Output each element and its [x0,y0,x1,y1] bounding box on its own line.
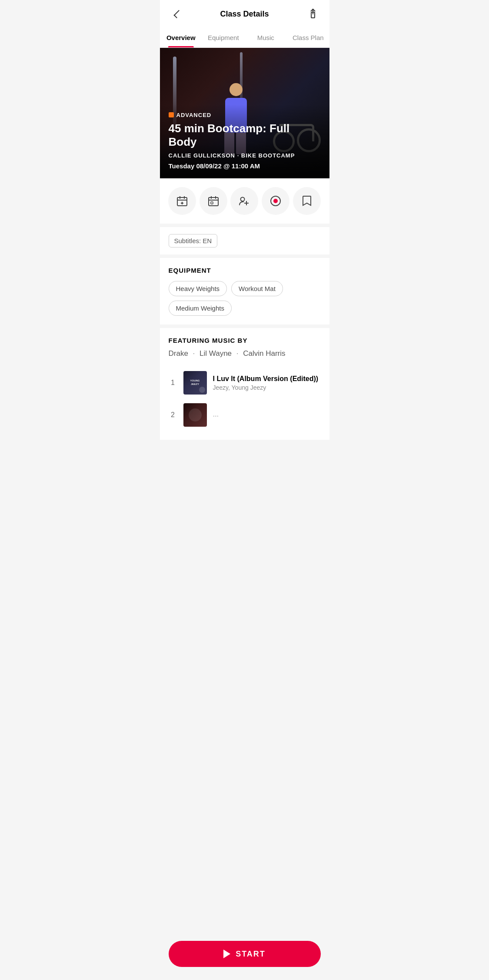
equipment-title: EQUIPMENT [169,267,321,274]
track-thumbnail: YOUNGJEEZY [183,371,207,395]
instructor-name: CALLIE GULLICKSON [169,152,236,159]
share-button[interactable] [305,6,321,22]
track-info: ... [213,411,321,420]
album-label: YOUNGJEEZY [183,379,207,386]
back-arrow-icon [173,10,182,18]
person-head [230,83,243,96]
equipment-tags: Heavy Weights Workout Mat Medium Weights [169,281,321,316]
hero-overlay: ADVANCED 45 min Bootcamp: Full Body CALL… [160,104,329,178]
svg-rect-8 [209,197,218,206]
artist-1: Drake [169,349,188,358]
track-item[interactable]: 2 ... [169,399,321,431]
svg-point-13 [241,197,245,201]
dot-2: · [236,349,240,358]
action-row [160,178,329,224]
calendar-add-icon [176,195,188,207]
hero-image: ADVANCED 45 min Bootcamp: Full Body CALL… [160,48,329,178]
difficulty-badge: ADVANCED [169,112,212,118]
back-button[interactable] [169,6,184,22]
bookmark-button[interactable] [293,187,321,215]
equipment-tag-heavy-weights[interactable]: Heavy Weights [169,281,227,296]
equipment-tag-medium-weights[interactable]: Medium Weights [169,301,232,316]
subtitles-section: Subtitles: EN [160,227,329,254]
music-section-title: FEATURING MUSIC BY [169,337,321,344]
track-number: 2 [169,411,177,419]
equipment-section: EQUIPMENT Heavy Weights Workout Mat Medi… [160,258,329,324]
music-section: FEATURING MUSIC BY Drake · Lil Wayne · C… [160,328,329,440]
instructor-class-type: CALLIE GULLICKSON · BIKE BOOTCAMP [169,152,321,159]
header: Class Details [160,0,329,28]
add-to-schedule-button[interactable] [168,187,196,215]
svg-point-17 [273,199,278,203]
svg-rect-2 [177,197,187,206]
track-title: I Luv It (Album Version (Edited)) [213,375,321,383]
album-record [189,408,202,421]
page-title: Class Details [184,10,305,19]
artist-2: Lil Wayne [200,349,232,358]
class-title: 45 min Bootcamp: Full Body [169,122,321,149]
tab-music[interactable]: Music [245,28,287,47]
invite-icon [239,195,250,207]
equipment-tag-workout-mat[interactable]: Workout Mat [231,281,283,296]
share-icon [308,8,318,20]
class-type: BIKE BOOTCAMP [241,152,295,159]
calendar-icon [208,195,219,207]
track-item[interactable]: 1 YOUNGJEEZY I Luv It (Album Version (Ed… [169,367,321,399]
track-artist: Jeezy, Young Jeezy [213,384,321,391]
class-date: Tuesday 08/09/22 @ 11:00 AM [169,162,321,170]
subtitles-badge[interactable]: Subtitles: EN [169,234,218,248]
track-number: 1 [169,379,177,387]
track-title: ... [213,411,321,418]
badge-dot [169,112,174,117]
tab-equipment[interactable]: Equipment [202,28,245,47]
artists-line: Drake · Lil Wayne · Calvin Harris [169,349,321,358]
separator: · [237,152,241,159]
dot-1: · [193,349,197,358]
tab-class-plan[interactable]: Class Plan [287,28,329,47]
record-icon [270,195,281,207]
record-button[interactable] [262,187,289,215]
album-decoration [199,387,205,393]
bottom-spacer [160,440,329,483]
bookmark-icon [301,195,313,207]
schedule-button[interactable] [200,187,227,215]
tab-overview[interactable]: Overview [160,28,203,47]
track-thumbnail [183,403,207,427]
artist-3: Calvin Harris [243,349,285,358]
difficulty-label: ADVANCED [176,112,212,118]
track-info: I Luv It (Album Version (Edited)) Jeezy,… [213,375,321,391]
tab-bar: Overview Equipment Music Class Plan [160,28,329,48]
invite-button[interactable] [230,187,258,215]
svg-rect-12 [211,202,213,204]
